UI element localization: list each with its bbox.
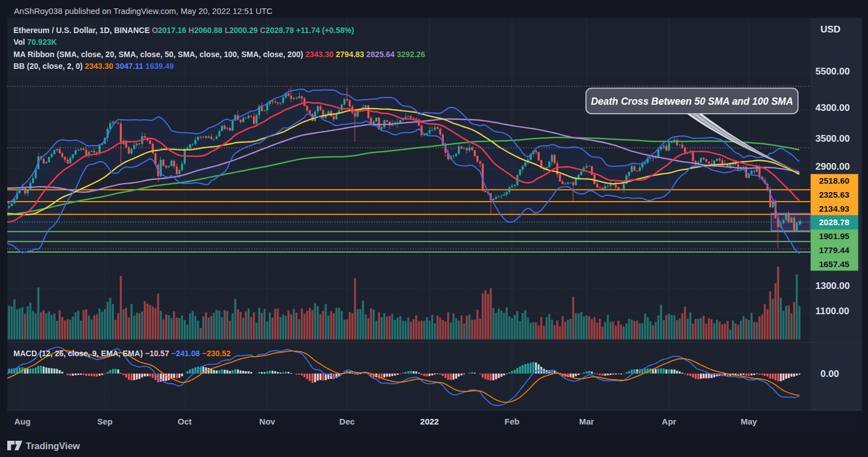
svg-text:Vol 70.923K: Vol 70.923K [13,38,57,46]
svg-text:May: May [741,417,758,426]
svg-text:MA Ribbon (SMA, close, 20, SMA: MA Ribbon (SMA, close, 20, SMA, close, 5… [13,50,425,59]
svg-text:AnShRoy038 published on Tradin: AnShRoy038 published on TradingView.com,… [14,7,273,16]
svg-text:Sep: Sep [97,417,113,426]
svg-text:TradingView: TradingView [26,441,80,451]
svg-text:USD: USD [820,24,841,35]
svg-text:MACD (12, 26, close, 9, EMA, E: MACD (12, 26, close, 9, EMA, EMA) −10.57… [13,349,231,358]
svg-text:Nov: Nov [259,417,275,426]
svg-text:2900.00: 2900.00 [815,161,850,172]
svg-text:Feb: Feb [505,417,520,426]
svg-text:1779.44: 1779.44 [819,245,850,255]
svg-text:Oct: Oct [178,417,192,426]
svg-text:Mar: Mar [579,417,594,426]
svg-text:Dec: Dec [339,417,355,426]
svg-text:BB (20, close, 2, 0) 2343.30 3: BB (20, close, 2, 0) 2343.30 3047.11 163… [13,62,174,71]
svg-text:Apr: Apr [662,417,677,426]
svg-text:5500.00: 5500.00 [815,66,850,77]
svg-text:2028.78: 2028.78 [819,217,849,227]
svg-text:Aug: Aug [14,417,30,426]
svg-text:2518.60: 2518.60 [819,176,849,185]
svg-text:1300.00: 1300.00 [815,281,850,291]
svg-text:1901.95: 1901.95 [819,231,849,241]
svg-text:1657.45: 1657.45 [819,259,849,269]
svg-text:Death Cross Between 50 SMA and: Death Cross Between 50 SMA and 100 SMA [591,96,793,107]
svg-text:0.00: 0.00 [820,369,839,379]
svg-text:1100.00: 1100.00 [815,306,850,316]
svg-text:4300.00: 4300.00 [815,102,850,113]
svg-text:2134.93: 2134.93 [819,204,849,213]
svg-text:3500.00: 3500.00 [815,133,850,144]
svg-text:2325.63: 2325.63 [819,190,849,199]
svg-text:2022: 2022 [420,417,439,426]
svg-text:Ethereum / U.S. Dollar, 1D, BI: Ethereum / U.S. Dollar, 1D, BINANCE O201… [13,26,354,35]
